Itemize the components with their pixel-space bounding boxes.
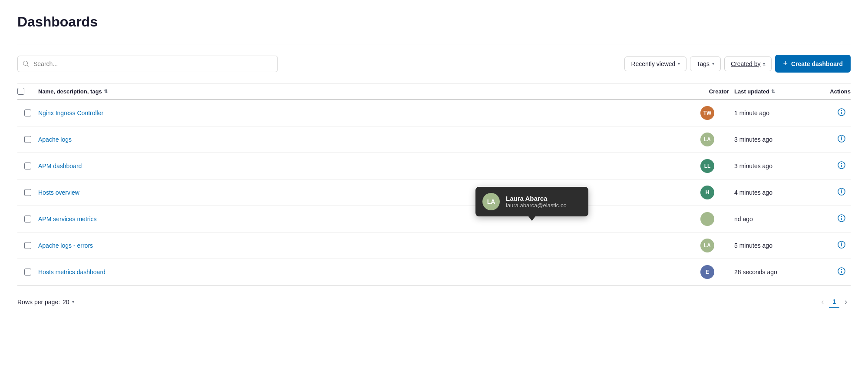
row-name-7: Hosts metrics dashboard (38, 269, 686, 275)
prev-page-button[interactable]: ‹ (818, 295, 827, 309)
plus-icon: + (783, 59, 788, 68)
row-checkbox-7 (17, 269, 38, 275)
creator-avatar-2[interactable]: LA (700, 133, 714, 146)
row-creator-2: LA (686, 133, 729, 146)
row-creator-6: LA (686, 239, 729, 252)
svg-point-8 (842, 163, 842, 164)
row-creator-5 (686, 212, 729, 226)
page-title: Dashboards (17, 14, 851, 30)
dashboard-link-6[interactable]: Apache logs - errors (38, 242, 93, 249)
row-updated-3: 3 minutes ago (729, 163, 816, 169)
creator-avatar-4[interactable]: H (700, 186, 714, 199)
svg-point-5 (842, 137, 842, 137)
svg-point-17 (842, 243, 842, 243)
row-actions-6 (816, 239, 851, 252)
table-row: Apache logs LA 3 minutes ago (17, 126, 851, 153)
row-checkbox-2 (17, 136, 38, 143)
create-dashboard-button[interactable]: + Create dashboard (775, 55, 851, 73)
row-name-1: Nginx Ingress Controller (38, 110, 686, 116)
info-button-6[interactable] (836, 239, 847, 252)
recently-viewed-filter[interactable]: Recently viewed ▾ (624, 56, 686, 71)
table-header: Name, description, tags ⇅ Creator Last u… (17, 83, 851, 100)
info-button-5[interactable] (836, 212, 847, 226)
table-row: APM dashboard LL 3 minutes ago (17, 153, 851, 179)
row-updated-1: 1 minute ago (729, 110, 816, 116)
sort-icon: ⇅ (104, 89, 108, 94)
chevron-down-icon: ▾ (678, 61, 680, 66)
row-updated-7: 28 seconds ago (729, 269, 816, 275)
info-button-2[interactable] (836, 133, 847, 146)
creator-avatar-6[interactable]: LA (700, 239, 714, 252)
table-row: Nginx Ingress Controller TW 1 minute ago (17, 100, 851, 126)
row-creator-4: H (686, 186, 729, 199)
tags-filter[interactable]: Tags ▾ (690, 56, 721, 71)
dashboard-link-7[interactable]: Hosts metrics dashboard (38, 269, 106, 275)
row-select-checkbox-5[interactable] (24, 216, 31, 222)
creator-tooltip: LA Laura Abarca laura.abarca@elastic.co (475, 187, 588, 216)
row-updated-4: 4 minutes ago (729, 189, 816, 196)
row-select-checkbox-6[interactable] (24, 242, 31, 249)
row-select-checkbox-7[interactable] (24, 269, 31, 275)
row-checkbox-4 (17, 189, 38, 196)
search-wrapper (17, 56, 278, 72)
next-page-button[interactable]: › (841, 295, 851, 309)
row-updated-2: 3 minutes ago (729, 136, 816, 143)
creator-avatar-5[interactable] (700, 212, 714, 226)
dashboard-link-3[interactable]: APM dashboard (38, 163, 82, 169)
row-actions-7 (816, 266, 851, 279)
creator-avatar-3[interactable]: LL (700, 159, 714, 173)
toolbar: Recently viewed ▾ Tags ▾ Created by ▾ + … (17, 44, 851, 73)
header-creator-col: Creator (686, 88, 729, 95)
table-row: Hosts overview H 4 minutes ago (17, 179, 851, 206)
creator-avatar-7[interactable]: E (700, 265, 714, 279)
row-actions-1 (816, 106, 851, 120)
row-actions-3 (816, 159, 851, 173)
table-rows-container: Nginx Ingress Controller TW 1 minute ago (17, 100, 851, 285)
dashboard-link-1[interactable]: Nginx Ingress Controller (38, 110, 103, 116)
created-by-filter[interactable]: Created by ▾ (724, 56, 772, 71)
table-row: Apache logs - errors LA 5 minutes ago (17, 232, 851, 259)
filter-group: Recently viewed ▾ Tags ▾ Created by ▾ + … (624, 55, 851, 73)
row-select-checkbox-2[interactable] (24, 136, 31, 143)
chevron-down-icon: ▾ (72, 299, 74, 304)
header-checkbox-col (17, 88, 38, 95)
svg-point-2 (842, 110, 842, 111)
row-checkbox-5 (17, 216, 38, 222)
row-updated-6: 5 minutes ago (729, 242, 816, 249)
pagination: ‹ 1 › (818, 295, 851, 309)
dashboard-link-2[interactable]: Apache logs (38, 136, 72, 143)
row-name-6: Apache logs - errors (38, 242, 686, 249)
tooltip-name: Laura Abarca (506, 195, 567, 202)
tooltip-avatar: LA (482, 193, 500, 210)
dashboard-table: Name, description, tags ⇅ Creator Last u… (17, 83, 851, 285)
row-creator-1: TW (686, 106, 729, 120)
row-select-checkbox-4[interactable] (24, 189, 31, 196)
info-button-1[interactable] (836, 106, 847, 120)
row-select-checkbox-3[interactable] (24, 163, 31, 169)
info-button-7[interactable] (836, 266, 847, 279)
header-lastupdated-col: Last updated ⇅ (729, 88, 816, 95)
row-updated-5: nd ago (729, 216, 816, 222)
info-button-3[interactable] (836, 159, 847, 173)
rows-per-page[interactable]: Rows per page: 20 ▾ (17, 299, 74, 305)
tooltip-email: laura.abarca@elastic.co (506, 202, 567, 209)
row-actions-2 (816, 133, 851, 146)
row-actions-4 (816, 186, 851, 199)
row-name-4: Hosts overview (38, 189, 686, 196)
sort-icon: ⇅ (771, 89, 775, 94)
row-name-5: APM services metrics (38, 216, 686, 222)
svg-point-11 (842, 190, 842, 190)
creator-avatar-1[interactable]: TW (700, 106, 714, 120)
dashboard-link-5[interactable]: APM services metrics (38, 216, 97, 222)
dashboard-link-4[interactable]: Hosts overview (38, 189, 79, 196)
svg-point-20 (842, 269, 842, 270)
table-footer: Rows per page: 20 ▾ ‹ 1 › (17, 285, 851, 312)
table-row: APM services metrics nd ago (17, 206, 851, 232)
chevron-down-icon: ▾ (763, 61, 765, 66)
row-checkbox-6 (17, 242, 38, 249)
row-select-checkbox-1[interactable] (24, 110, 31, 116)
info-button-4[interactable] (836, 186, 847, 199)
search-input[interactable] (17, 56, 278, 72)
row-name-2: Apache logs (38, 136, 686, 143)
select-all-checkbox[interactable] (17, 88, 24, 95)
